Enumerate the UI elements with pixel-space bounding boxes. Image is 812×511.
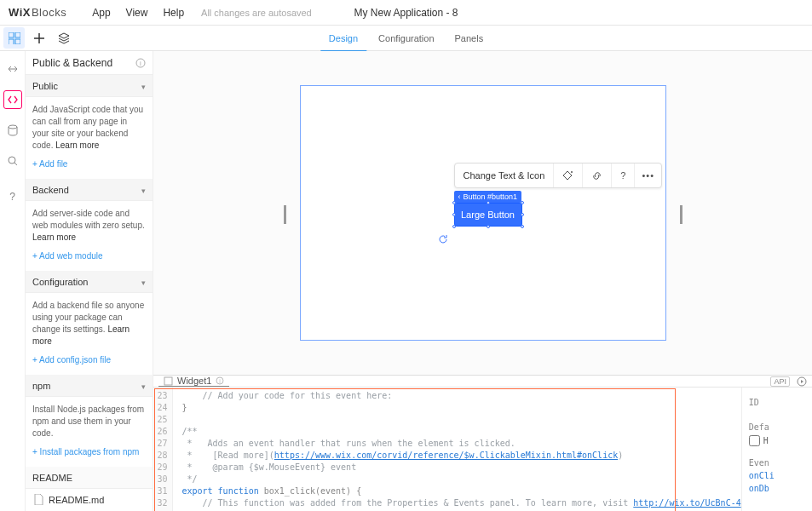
- add-tool[interactable]: [28, 27, 49, 49]
- section-config-body: Add a backend file so anyone using your …: [26, 293, 153, 375]
- readme-file-row[interactable]: README.md: [26, 489, 153, 510]
- code-lines[interactable]: // Add your code for this event here: } …: [173, 388, 740, 511]
- tool-tab-bar: Design Configuration Panels: [0, 26, 812, 51]
- resize-handle-right[interactable]: [680, 205, 682, 224]
- add-web-module-link[interactable]: + Add web module: [32, 250, 103, 262]
- svg-rect-0: [9, 32, 14, 37]
- properties-panel: ID Defa H Even onCli onDb: [741, 388, 812, 511]
- menu-help[interactable]: Help: [163, 7, 184, 19]
- animation-icon[interactable]: [554, 164, 583, 187]
- left-rail: ?: [0, 51, 26, 511]
- svg-rect-2: [9, 39, 14, 44]
- chevron-down-icon: [141, 381, 146, 391]
- rail-code-icon[interactable]: [3, 90, 22, 109]
- rail-help-icon[interactable]: ?: [3, 187, 22, 206]
- svg-point-8: [571, 171, 573, 173]
- app-title: My New Application - 8: [354, 7, 458, 19]
- widget-stage[interactable]: Change Text & Icon ? ••• ‹ Button #butto…: [300, 85, 666, 341]
- more-icon[interactable]: •••: [635, 164, 661, 187]
- chevron-down-icon: [141, 277, 146, 287]
- section-npm-header[interactable]: npm: [26, 375, 153, 397]
- widgets-tool[interactable]: [3, 27, 25, 49]
- api-badge[interactable]: API: [770, 376, 790, 387]
- logo-main: WiX: [9, 6, 31, 19]
- add-config-link[interactable]: + Add config.json file: [32, 354, 111, 366]
- info-icon[interactable]: i: [135, 58, 146, 68]
- svg-point-4: [9, 125, 17, 129]
- info-icon[interactable]: i: [216, 376, 224, 385]
- svg-rect-3: [15, 39, 20, 44]
- help-icon[interactable]: ?: [612, 164, 635, 187]
- hidden-checkbox[interactable]: [749, 435, 760, 446]
- section-public-body: Add JavaScript code that you can call fr…: [26, 97, 153, 179]
- menu-view[interactable]: View: [126, 7, 148, 19]
- svg-rect-9: [164, 377, 172, 385]
- file-icon: [34, 494, 43, 505]
- tab-design[interactable]: Design: [319, 26, 368, 51]
- learn-more-link[interactable]: Learn more: [32, 233, 76, 242]
- section-readme-header[interactable]: README: [26, 467, 153, 489]
- section-backend-body: Add server-side code and web modules wit…: [26, 201, 153, 271]
- events-label: Even: [749, 458, 805, 468]
- install-npm-link[interactable]: + Install packages from npm: [32, 446, 139, 458]
- autosave-status: All changes are autosaved: [201, 8, 312, 18]
- tab-configuration[interactable]: Configuration: [368, 26, 444, 51]
- element-floating-toolbar: Change Text & Icon ? •••: [454, 163, 663, 188]
- run-icon[interactable]: [797, 376, 807, 387]
- logo-sub: Blocks: [32, 6, 66, 19]
- chevron-down-icon: [141, 81, 146, 91]
- default-label: Defa: [749, 422, 805, 432]
- section-public-header[interactable]: Public: [26, 75, 153, 97]
- section-config-header[interactable]: Configuration: [26, 271, 153, 293]
- resize-handle-left[interactable]: [284, 205, 286, 224]
- top-bar: WiXBlocks App View Help All changes are …: [0, 0, 812, 26]
- id-label: ID: [749, 398, 805, 407]
- event-ondblclick[interactable]: onDb: [749, 484, 805, 493]
- section-backend-header[interactable]: Backend: [26, 179, 153, 201]
- rotate-handle-icon[interactable]: [437, 233, 449, 245]
- rail-search-icon[interactable]: [3, 152, 22, 170]
- menu-app[interactable]: App: [92, 7, 110, 19]
- canvas-area[interactable]: Change Text & Icon ? ••• ‹ Button #butto…: [153, 51, 812, 375]
- line-gutter: 23 24 25 26 27 28 29 30 31 32 33 34 35: [153, 388, 173, 511]
- sidebar-title: Public & Backend: [32, 57, 112, 69]
- top-menu: App View Help: [92, 7, 184, 19]
- code-tab-bar: Widget1 i API: [153, 376, 812, 388]
- readme-filename: README.md: [49, 495, 104, 505]
- add-file-link[interactable]: + Add file: [32, 158, 67, 170]
- svg-text:i: i: [220, 378, 222, 384]
- code-editor[interactable]: 23 24 25 26 27 28 29 30 31 32 33 34 35 /…: [153, 388, 812, 511]
- learn-more-link[interactable]: Learn more: [55, 141, 99, 150]
- rail-database-icon[interactable]: [3, 121, 22, 140]
- code-panel: Widget1 i API 23 24 25 26 27 28 29 30 31…: [153, 375, 812, 511]
- rail-resize-icon[interactable]: [3, 60, 22, 78]
- event-onclick[interactable]: onCli: [749, 471, 805, 480]
- canvas-large-button[interactable]: Large Button: [454, 203, 522, 227]
- svg-text:i: i: [140, 60, 141, 67]
- link-icon[interactable]: [583, 164, 612, 187]
- code-tab-widget1[interactable]: Widget1 i: [158, 376, 229, 387]
- sidebar: Public & Backend i Public Add JavaScript…: [26, 51, 153, 511]
- widget-icon: [164, 376, 173, 386]
- sidebar-header: Public & Backend i: [26, 51, 153, 75]
- svg-point-5: [9, 157, 15, 164]
- logo: WiXBlocks: [9, 6, 66, 19]
- change-text-icon-button[interactable]: Change Text & Icon: [455, 164, 555, 187]
- section-npm-body: Install Node.js packages from npm and us…: [26, 397, 153, 467]
- layers-tool[interactable]: [53, 27, 74, 49]
- chevron-down-icon: [141, 185, 146, 195]
- svg-rect-1: [15, 32, 20, 37]
- tab-panels[interactable]: Panels: [445, 26, 494, 51]
